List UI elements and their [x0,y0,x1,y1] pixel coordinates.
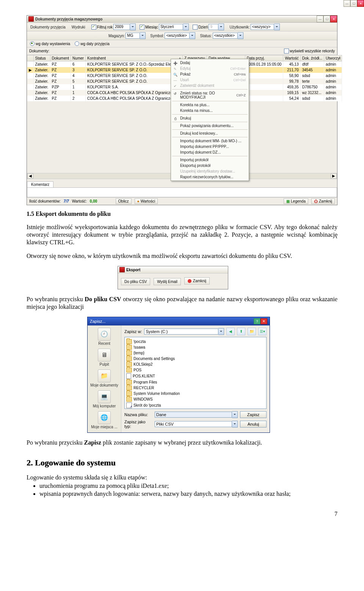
combo-miesiac[interactable]: Styczeń [159,24,189,30]
menu-item[interactable]: Importuj dokument DZ... [171,149,249,155]
tab-komentarz[interactable]: Komentarz [27,181,53,187]
button-do-pliku-csv[interactable]: Do pliku CSV [121,278,150,285]
file-item[interactable]: Documents and Settings [126,356,265,362]
checkbox-show-all[interactable]: wyświetl wszystkie rekordy [284,49,335,53]
menu-item[interactable]: 🔍PokażCtrl+Ins [171,71,249,77]
places-item[interactable]: 💻Mój komputer [93,390,116,408]
window-title: Dokumenty przyjęcia magazynowego [35,17,102,21]
menu-item[interactable]: Pokaż powiązania dokumentu... [171,123,249,129]
button-wyslij-email[interactable]: Wyślij Email [154,278,181,285]
heading-2: 2. Logowanie do systemu [27,458,337,468]
file-icon [126,373,131,379]
col-status[interactable]: Status [33,55,50,61]
export-close-button[interactable] [357,0,364,7]
file-item[interactable]: WINDOWS [126,396,265,402]
button-wartosci[interactable]: ●Wartości [135,198,158,204]
menu-item[interactable]: ↺Zmień status na: DO MODYFIKACJICtrl+Z [171,90,249,100]
menu-item[interactable]: Eksportuj protokół [171,163,249,168]
combo-zapisz-w[interactable]: System (C:) [144,328,224,335]
grid-label: Dokumenty: [29,49,49,53]
col-mark[interactable] [27,55,34,61]
button-zapisz[interactable]: Zapisz [240,411,267,418]
menu-item[interactable]: Drukuj kod kreskowy... [171,130,249,136]
save-help-button[interactable]: ? [254,318,260,324]
button-legenda[interactable]: ▦Legenda [284,198,308,204]
menu-item[interactable]: Raport niezwróconych tytułów... [171,174,249,180]
col-utworzy-[interactable]: Utworzył [324,55,342,61]
value-ilosc: 7/7 [64,199,69,203]
combo-typ-pliku[interactable]: Pliki CSV [155,421,238,428]
combo-uzytkownik[interactable]: <wszyscy> [251,24,280,30]
toolbar-row-2: Magazyn: MG Symbol: <wszystkie> Status: … [27,31,337,40]
menu-item[interactable]: Importuj protokół [171,157,249,163]
nav-up-icon[interactable]: ⬆ [237,328,245,335]
file-item[interactable]: !poczta [126,339,265,344]
nav-newfolder-icon[interactable]: 📁 [248,328,256,335]
combo-status[interactable]: <wszystkie> [213,32,243,39]
menu-wydruki[interactable]: Wydruki [69,24,88,30]
maximize-button[interactable]: ☐ [323,16,330,22]
page-number: 7 [27,511,337,517]
bottom-tabstrip: Komentarz [27,181,337,187]
menu-item: Uzupełnij identyfikatory dostaw... [171,168,249,174]
file-item[interactable]: {temp} [126,350,265,356]
checkbox-dzien[interactable]: Dzień [193,25,208,30]
col-data-przyj-[interactable]: Data przyj. [245,55,283,61]
places-item[interactable]: 🌐Moje miejsca ... [91,411,117,429]
export-maximize-button[interactable]: ☐ [350,0,357,7]
menu-dokumenty[interactable]: Dokumenty przyjęcia [28,24,68,30]
input-nazwa-pliku[interactable]: Dane [155,411,238,418]
file-item[interactable]: !ssawa [126,344,265,350]
value-wartosc: 0,00 [90,199,113,203]
nav-views-icon[interactable]: ☰▾ [258,328,267,335]
button-anuluj[interactable]: Anuluj [240,421,267,428]
paragraph-4: Logowanie do systemu składa się z kilku … [27,474,337,481]
comment-textarea[interactable] [27,187,337,197]
menu-item[interactable]: Importuj dokument PP/PPP... [171,144,249,149]
file-item[interactable]: Program Files [126,379,265,385]
minimize-button[interactable]: — [317,16,323,22]
file-item[interactable]: POS [126,367,265,373]
checkbox-filtruj-rok[interactable]: Filtruj rok [91,25,113,30]
button-export-zamknij[interactable]: Zamknij [184,277,210,284]
places-item[interactable]: 🖥Pulpit [98,349,111,366]
file-item[interactable]: Skrót do !poczta [126,402,265,409]
titlebar[interactable]: Dokumenty przyjęcia magazynowego — ☐ [27,16,337,23]
col-kontrahent[interactable]: Kontrahent [86,55,183,61]
combo-magazyn[interactable]: MG [126,32,146,39]
export-titlebar[interactable]: Eksport — ☐ [118,266,228,273]
menu-item[interactable]: Importuj dokument MM- (lub MO-) ... [171,138,249,144]
button-zamknij[interactable]: ⏻Zamknij [311,198,335,204]
places-item[interactable]: 📁Moje dokumenty [90,369,118,387]
col-numer[interactable]: Numer [71,55,86,61]
menu-item[interactable]: Korekta na minus... [171,108,249,113]
nav-back-icon[interactable]: ◀ [226,328,235,335]
label-uzytkownik: Użytkownik: [229,25,249,29]
file-item[interactable]: System Volume Information [126,391,265,396]
save-titlebar[interactable]: Zapisz... ? ✕ [88,317,270,325]
combo-symbol[interactable]: <wszystkie> [165,32,195,39]
export-minimize-button[interactable]: — [344,0,350,7]
close-button[interactable] [330,16,337,22]
menu-item[interactable]: Korekta na plus... [171,102,249,108]
col-warto-[interactable]: Wartość [283,55,300,61]
menu-item[interactable]: ➕Dodaj [171,60,249,66]
file-item[interactable]: RECYCLER [126,385,265,391]
places-item[interactable]: 🕘Recent [98,328,111,346]
radio-wg-wystawienia[interactable]: wg daty wystawienia [30,41,70,46]
col-dokument[interactable]: Dokument [50,55,71,61]
file-list[interactable]: !poczta!ssawa{temp}Documents and Setting… [124,337,267,409]
button-oblicz[interactable]: Oblicz [116,198,132,204]
col-dok-r-d-[interactable]: Dok. źródł... [300,55,324,61]
file-item[interactable]: POS.KLIENT [126,373,265,379]
menu-item[interactable]: ⎙Drukuj [171,115,249,121]
combo-dzien[interactable]: 9 [209,24,224,30]
save-close-button[interactable]: ✕ [260,318,267,324]
checkbox-miesiac[interactable]: Miesiąc [140,25,158,30]
radio-wg-przyjecia[interactable]: wg daty przyjęcia [75,41,110,46]
combo-rok[interactable]: 2009 [113,24,136,30]
menu-item: ✔Zatwierdź dokument [171,83,249,88]
file-item[interactable]: KOLSklep2 [126,362,265,367]
context-menu[interactable]: ➕Dodaj✎EdytujCtrl+Enter🔍PokażCtrl+Ins—Us… [171,59,249,181]
folder-icon [126,351,132,355]
